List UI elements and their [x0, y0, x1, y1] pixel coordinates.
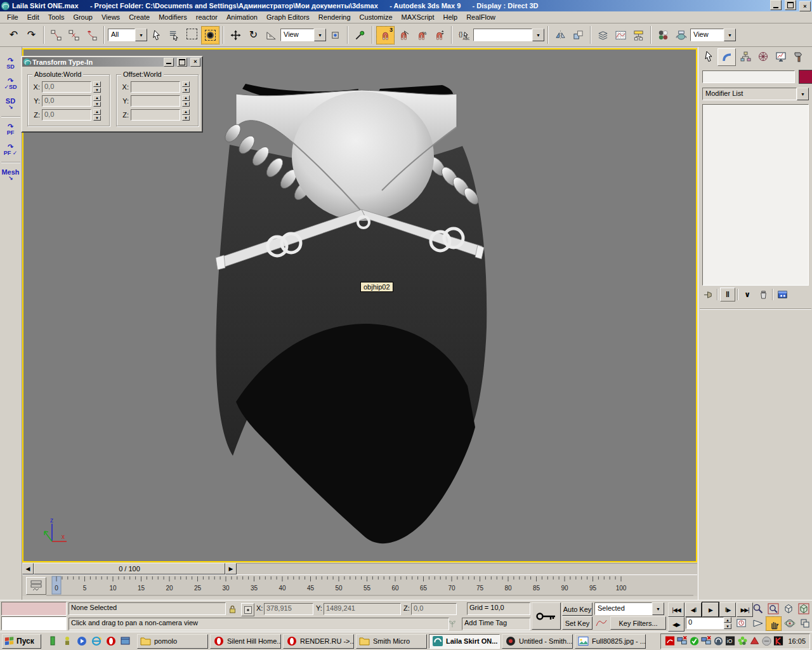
play-button[interactable]: ▶ — [702, 602, 719, 617]
spinner-up[interactable]: ▲ — [182, 95, 190, 101]
zoom-all-button[interactable] — [766, 602, 780, 615]
pin-stack-button[interactable] — [701, 288, 715, 301]
menu-group[interactable]: Group — [69, 12, 97, 22]
tab-modify[interactable] — [717, 48, 736, 66]
modifier-list-dropdown[interactable]: Modifier List ▼ — [702, 88, 809, 100]
undo-button[interactable]: ↶ — [5, 27, 22, 44]
spinner-up[interactable]: ▲ — [93, 109, 101, 115]
dialog-close-button[interactable]: × — [190, 58, 200, 67]
macro-recorder-field[interactable] — [1, 602, 67, 616]
dialog-titlebar[interactable]: Transform Type-In × — [22, 57, 202, 67]
offset-world-z-field[interactable] — [131, 109, 180, 121]
angle-snap-toggle-button[interactable] — [395, 27, 412, 44]
frame-spinner-down[interactable]: ▼ — [724, 623, 731, 629]
menu-customize[interactable]: Customize — [355, 12, 397, 22]
menu-create[interactable]: Create — [124, 12, 154, 22]
remove-modifier-button[interactable] — [756, 288, 770, 301]
select-link-button[interactable] — [48, 27, 65, 44]
time-slider-prev-button[interactable]: ◀ — [22, 563, 34, 574]
task-render-ru[interactable]: RENDER.RU ->... — [283, 634, 354, 649]
selection-lock-toggle[interactable] — [226, 603, 238, 615]
field-of-view-button[interactable] — [750, 616, 765, 630]
kaspersky-tray-icon[interactable] — [773, 636, 784, 647]
volume-muted-tray-icon[interactable] — [761, 636, 772, 647]
media-player-icon[interactable] — [75, 635, 88, 647]
edit-named-selection-sets-button[interactable]: {}ABC — [455, 27, 473, 44]
offset-world-x-field[interactable] — [131, 81, 180, 93]
communicator-icon[interactable] — [447, 618, 458, 629]
menu-rendering[interactable]: Rendering — [314, 12, 355, 22]
task-full80825-jpg[interactable]: Full80825.jpg - ... — [575, 634, 646, 649]
spinner-up[interactable]: ▲ — [93, 81, 101, 87]
time-slider-track[interactable] — [237, 563, 697, 574]
configure-modifier-sets-button[interactable] — [775, 288, 789, 301]
key-mode-toggle-button[interactable]: ◀▶ — [668, 617, 684, 632]
left-toolbar-sd-button[interactable]: ↷SD — [0, 53, 21, 74]
tab-motion[interactable] — [754, 48, 771, 65]
left-toolbar-pf-button[interactable]: ↷PF ✓ — [0, 140, 21, 160]
task-untitled-smith[interactable]: Untitled - Smith... — [502, 634, 573, 649]
select-and-rotate-button[interactable]: ↻ — [245, 27, 262, 44]
left-toolbar--button[interactable]: Mesh↘ — [0, 165, 21, 185]
maximize-viewport-button[interactable] — [797, 616, 812, 630]
menu-views[interactable]: Views — [97, 12, 124, 22]
tab-hierarchy[interactable] — [737, 48, 754, 65]
schematic-view-button[interactable] — [630, 27, 647, 44]
dropdown-arrow-icon[interactable]: ▼ — [652, 602, 664, 615]
left-toolbar-pf-button[interactable]: ↷PF — [0, 119, 21, 140]
object-name-field[interactable] — [702, 70, 795, 83]
spinner-down[interactable]: ▼ — [93, 88, 101, 93]
align-button[interactable] — [570, 27, 587, 44]
absolute-world-z-field[interactable]: 0,0 — [42, 109, 91, 121]
frame-spinner-up[interactable]: ▲ — [724, 617, 731, 623]
restore-button[interactable] — [785, 0, 796, 10]
menu-animation[interactable]: Animation — [222, 12, 262, 22]
spinner-down[interactable]: ▼ — [182, 116, 190, 121]
network-offline-tray-icon[interactable] — [677, 636, 688, 647]
prev-frame-button[interactable]: ◀‖ — [685, 602, 702, 617]
time-configuration-button[interactable] — [734, 617, 748, 629]
menu-maxscript[interactable]: MAXScript — [397, 12, 439, 22]
bind-to-space-warp-button[interactable] — [83, 27, 100, 44]
select-and-scale-button[interactable] — [263, 27, 280, 44]
spinner-snap-toggle-button[interactable] — [431, 27, 448, 44]
arc-rotate-button[interactable] — [782, 616, 797, 630]
task-smith-micro[interactable]: Smith Micro — [356, 634, 427, 649]
time-slider-next-button[interactable]: ▶ — [225, 563, 237, 574]
selection-filter-dropdown[interactable]: All▼ — [108, 29, 147, 41]
windows-explorer-icon[interactable] — [119, 635, 132, 647]
default-in-out-tangents-button[interactable] — [594, 617, 608, 628]
make-unique-button[interactable]: ∨ — [740, 288, 754, 301]
select-object-button[interactable] — [148, 27, 165, 44]
absolute-world-x-field[interactable]: 0,0 — [42, 81, 91, 93]
modifier-stack-list[interactable] — [702, 104, 809, 286]
network-offline2-tray-icon[interactable] — [701, 636, 712, 647]
antivirus-check-tray-icon[interactable] — [689, 636, 700, 647]
menu-tools[interactable]: Tools — [44, 12, 69, 22]
left-toolbar-sd-button[interactable]: ↷✓SD — [0, 74, 21, 94]
mirror-button[interactable] — [552, 27, 569, 44]
tab-utilities[interactable] — [790, 48, 807, 65]
window-crossing-button[interactable] — [201, 26, 219, 44]
launcher-figure-icon[interactable] — [61, 635, 74, 647]
menu-modifiers[interactable]: Modifiers — [154, 12, 192, 22]
x-coord-field[interactable]: 378,915 — [264, 603, 313, 615]
spinner-down[interactable]: ▼ — [182, 102, 190, 107]
go-start-button[interactable]: |◀◀ — [668, 602, 684, 617]
menu-file[interactable]: File — [3, 12, 23, 22]
show-end-result-button[interactable]: ‖ — [720, 288, 735, 302]
transform-type-in-dialog[interactable]: Transform Type-In × Absolute:WorldX:0,0▲… — [21, 56, 203, 133]
launcher-green-icon[interactable] — [46, 635, 59, 647]
zoom-button[interactable] — [750, 602, 765, 615]
use-pivot-point-center-button[interactable] — [327, 27, 344, 44]
icq-flower-tray-icon[interactable] — [737, 636, 748, 647]
next-frame-button[interactable]: ‖▶ — [719, 602, 736, 617]
redo-button[interactable]: ↷ — [23, 27, 40, 44]
update-swirl-tray-icon[interactable] — [713, 636, 724, 647]
z-coord-field[interactable]: 0,0 — [411, 603, 457, 615]
left-toolbar--button[interactable]: SD↘ — [0, 94, 21, 114]
select-by-name-button[interactable] — [166, 27, 183, 44]
auto-key-button[interactable]: Auto Key — [562, 602, 593, 616]
named-selection-sets-dropdown[interactable]: ▼ — [473, 29, 544, 41]
absolute-offset-mode-toggle[interactable] — [241, 603, 254, 616]
